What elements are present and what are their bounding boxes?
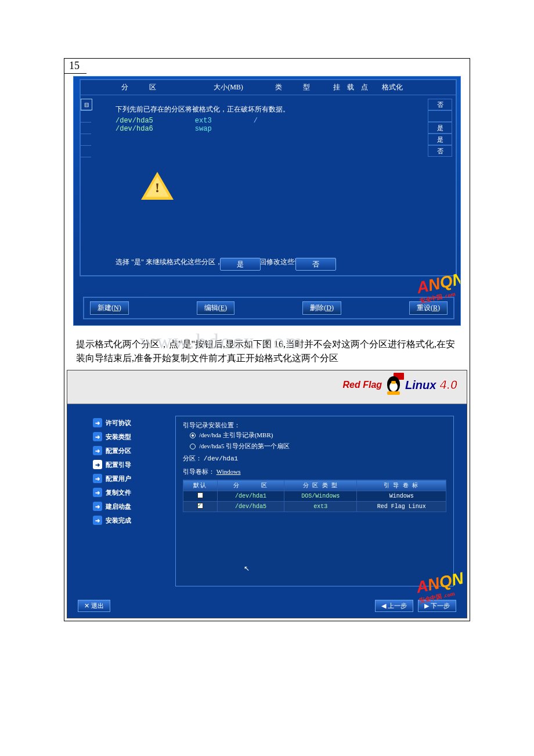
- radio-mbr[interactable]: /dev/hda 主引导记录(MBR): [183, 430, 446, 441]
- no-button[interactable]: 否: [295, 258, 336, 271]
- exit-button[interactable]: ✕退出: [78, 600, 110, 612]
- sidebar-item-complete[interactable]: ➜安装完成: [93, 513, 163, 527]
- sidebar-item-license[interactable]: ➜许可协议: [93, 416, 163, 430]
- delete-button[interactable]: 删除(D): [302, 301, 341, 315]
- warning-icon: !: [141, 172, 174, 200]
- back-button[interactable]: ◀上一步: [375, 600, 413, 612]
- sidebar-item-copyfiles[interactable]: ➜复制文件: [93, 485, 163, 499]
- bootloader-config-panel: 引导记录安装位置： /dev/hda 主引导记录(MBR) /dev/hda5 …: [175, 416, 454, 586]
- linux-text: Linux: [405, 379, 436, 392]
- boot-location-title: 引导记录安装位置：: [183, 421, 446, 430]
- sidebar-item-partition[interactable]: ➜配置分区: [93, 444, 163, 458]
- table-row[interactable]: /dev/hda1 DOS/Windows Windows: [183, 491, 446, 502]
- tree-collapse-icon[interactable]: ⊟: [81, 99, 92, 110]
- cursor-icon: ↖: [244, 564, 250, 573]
- sidebar-item-installtype[interactable]: ➜安装类型: [93, 430, 163, 444]
- partition-toolbar: 新建(N) 编辑(E) 删除(D) 重设(R): [83, 297, 454, 319]
- version-text: 4.0: [439, 377, 457, 393]
- sidebar-item-bootdisk[interactable]: ➜建启动盘: [93, 499, 163, 513]
- install-steps-sidebar: ➜许可协议 ➜安装类型 ➜配置分区 ➜配置引导 ➜配置用户 ➜复制文件 ➜建启动…: [93, 416, 163, 586]
- new-button[interactable]: 新建(N): [90, 301, 129, 315]
- page-number: 15: [64, 59, 86, 74]
- dialog-title: 下列先前已存在的分区将被格式化，正在破坏所有数据。: [116, 105, 348, 114]
- penguin-icon: [385, 375, 402, 395]
- format-warning-dialog: 下列先前已存在的分区将被格式化，正在破坏所有数据。 /dev/hda5 ext3…: [116, 105, 348, 267]
- redflag-logo-text: Red Flag: [343, 380, 383, 390]
- tree-collapse-column: ⊟: [81, 99, 93, 171]
- partition-table-header: 分 区 大小(MB) 类 型 挂 载 点 格式化: [81, 80, 456, 95]
- boot-entries-table: 默认 分 区 分 区 类 型 引 导 卷 标 /dev/hda1 DOS/Win…: [183, 480, 446, 512]
- screenshot-partition-dialog: 分 区 大小(MB) 类 型 挂 载 点 格式化 ⊟ 否 是 是 否: [73, 76, 461, 326]
- yes-button[interactable]: 是: [220, 258, 261, 271]
- edit-button[interactable]: 编辑(E): [197, 301, 234, 315]
- sidebar-item-bootloader[interactable]: ➜配置引导: [93, 458, 163, 471]
- installer-footer: ✕退出 ◀上一步 ▶下一步: [78, 600, 456, 612]
- screenshot-bootloader: Red Flag Linux 4.0 ➜许可协议 ➜安装类型: [67, 370, 467, 618]
- radio-firstsector[interactable]: /dev/hda5 引导分区的第一个扇区: [183, 441, 446, 452]
- default-checkbox[interactable]: [197, 503, 203, 509]
- default-checkbox[interactable]: [197, 492, 203, 498]
- table-row[interactable]: /dev/hda5 ext3 Red Flag Linux: [183, 502, 446, 512]
- installer-header: Red Flag Linux 4.0: [67, 370, 467, 404]
- format-column-values: 否 是 是 否: [428, 99, 452, 157]
- bootlabel-input[interactable]: Windows: [217, 468, 241, 475]
- sidebar-item-users[interactable]: ➜配置用户: [93, 471, 163, 485]
